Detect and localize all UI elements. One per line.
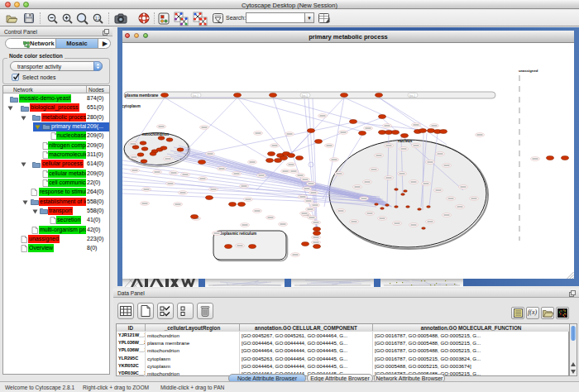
svg-text:cytoplasm: cytoplasm <box>122 104 141 108</box>
svg-text:nucleus: nucleus <box>398 139 413 143</box>
svg-text:[co..]: [co..] <box>193 94 199 98</box>
svg-text:[co..]: [co..] <box>302 94 308 98</box>
svg-text:unassigned: unassigned <box>519 69 538 73</box>
svg-text:1:1: 1:1 <box>95 17 101 21</box>
svg-text:[co..]: [co..] <box>409 94 415 98</box>
svg-text:mitochondrion: mitochondrion <box>142 132 169 136</box>
svg-text:plasma membrane: plasma membrane <box>125 93 159 98</box>
